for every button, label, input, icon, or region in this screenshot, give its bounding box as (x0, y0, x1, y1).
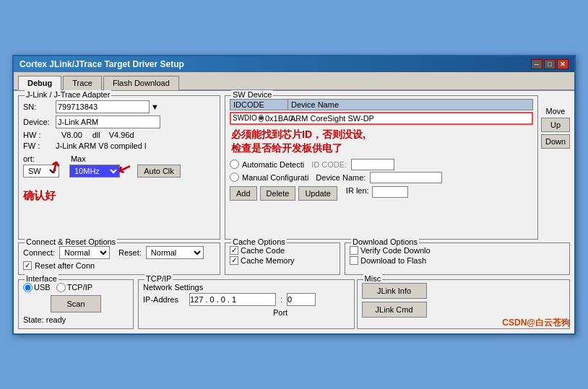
close-button[interactable]: ✕ (557, 59, 568, 69)
usb-radio-group: USB (23, 283, 51, 292)
jlink-info-button[interactable]: JLink Info (362, 283, 427, 299)
jlink-cmd-button[interactable]: JLink Cmd (362, 302, 427, 318)
reset-dropdown[interactable]: Normal (146, 246, 204, 259)
download-flash-row: Download to Flash (350, 256, 565, 265)
tab-trace[interactable]: Trace (63, 76, 102, 90)
cache-memory-checkbox[interactable] (230, 256, 238, 265)
state-row: State: ready (23, 315, 129, 324)
interface-group-label: Interface (25, 274, 59, 283)
hw-value: V8.00 (61, 131, 82, 139)
auto-clk-button[interactable]: Auto Clk (137, 165, 181, 178)
sw-buttons-row: Add Delete Update IR len: (230, 186, 533, 201)
state-label: State: ready (23, 315, 66, 324)
device-name-label-2: Device Name: (316, 173, 366, 182)
update-button[interactable]: Update (298, 186, 337, 201)
auto-detect-label: Automatic Detecti (242, 160, 304, 169)
device-name-input[interactable] (370, 172, 442, 183)
fw-label: FW : (23, 141, 56, 150)
reset-label: Reset: (118, 248, 142, 257)
add-button[interactable]: Add (230, 186, 257, 201)
bottom-row: Interface USB TCP/IP Scan State: re (18, 279, 570, 329)
download-options-label: Download Options (351, 237, 419, 246)
cache-options-label: Cache Options (231, 237, 287, 246)
sw-device-name-cell: ARM CoreSight SW-DP (290, 114, 530, 123)
tcp-radio[interactable] (56, 283, 66, 292)
network-settings-label: Network Settings (143, 283, 350, 292)
tab-debug[interactable]: Debug (18, 76, 61, 90)
delete-button[interactable]: Delete (260, 186, 296, 201)
manual-config-radio[interactable] (230, 172, 239, 182)
tcp-ip-group-label: TCP/IP (144, 274, 173, 283)
cache-options-group: Cache Options Cache Code Cache Memory (225, 242, 340, 275)
port-max-label: Max (71, 154, 86, 163)
cache-code-checkbox[interactable] (230, 246, 238, 255)
down-button[interactable]: Down (541, 134, 570, 149)
max-freq-dropdown[interactable]: 10MHz (69, 165, 120, 178)
up-button[interactable]: Up (541, 118, 570, 132)
usb-label: USB (34, 283, 51, 292)
dll-label: dll (92, 131, 100, 139)
cache-memory-label: Cache Memory (241, 256, 295, 265)
confirm-area: 确认好 (23, 189, 215, 203)
sw-idcode-cell: SWDIO 0x1BA0... (233, 114, 290, 123)
port-label-row: Port (186, 308, 350, 317)
col-device-name-header: Device Name (288, 100, 532, 110)
ir-len-label: IR len: (346, 186, 369, 201)
usb-radio[interactable] (23, 283, 33, 292)
sw-device-area: SW Device IDCODE Device Name SWDIO 0x1BA… (225, 95, 570, 240)
connect-reset-group: Connect & Reset Options Connect: Normal … (18, 242, 220, 275)
swdio-label: SWDIO (233, 114, 257, 122)
port-input[interactable] (287, 293, 316, 306)
auto-detect-radio[interactable] (230, 159, 239, 169)
sn-label: SN: (23, 102, 56, 111)
radio-dot-icon (259, 115, 264, 122)
sw-device-table-header: IDCODE Device Name (230, 99, 533, 110)
ir-len-input[interactable] (372, 186, 408, 198)
adapter-group: J-Link / J-Trace Adapter SN: ▼ Device: (18, 95, 220, 240)
col-idcode-header: IDCODE (230, 100, 288, 110)
hw-label: HW : (23, 131, 56, 139)
connect-reset-label: Connect & Reset Options (25, 237, 117, 246)
sw-device-group-label: SW Device (231, 90, 273, 99)
download-options-group: Download Options Verify Code Downlo Down… (345, 242, 570, 275)
watermark: CSDN@白云苍狗 (502, 317, 570, 329)
ip-input[interactable] (189, 293, 276, 306)
auto-detect-row: Automatic Detecti ID CODE: (230, 159, 533, 170)
port-section: ort: Max SW ↗ 10MHz (23, 154, 215, 178)
cache-code-row: Cache Code (230, 246, 335, 255)
download-flash-label: Download to Flash (360, 256, 426, 265)
maximize-button[interactable]: □ (544, 59, 555, 69)
sw-device-table-row[interactable]: SWDIO 0x1BA0... ARM CoreSight SW-DP (230, 112, 533, 125)
verify-code-row: Verify Code Downlo (350, 246, 565, 255)
sw-device-group: SW Device IDCODE Device Name SWDIO 0x1BA… (225, 95, 538, 240)
minimize-button[interactable]: ─ (531, 59, 542, 69)
verify-code-label: Verify Code Downlo (360, 246, 431, 255)
port-label: Port (273, 308, 287, 317)
window-controls: ─ □ ✕ (531, 59, 568, 69)
interface-group: Interface USB TCP/IP Scan State: re (18, 279, 134, 329)
id-code-input[interactable] (351, 159, 394, 170)
verify-code-checkbox[interactable] (350, 246, 358, 255)
connect-dropdown[interactable]: Normal (59, 246, 110, 259)
port-label: ort: (23, 154, 35, 163)
device-input[interactable] (56, 115, 160, 128)
title-bar: Cortex JLink/JTrace Target Driver Setup … (14, 56, 574, 72)
port-sep: : (280, 295, 282, 304)
top-row: J-Link / J-Trace Adapter SN: ▼ Device: (18, 95, 570, 240)
sn-row: SN: ▼ (23, 100, 215, 113)
connect-row: Connect: Normal Reset: Normal (23, 246, 215, 259)
main-content: J-Link / J-Trace Adapter SN: ▼ Device: (14, 91, 574, 333)
tab-flash-download[interactable]: Flash Download (103, 76, 179, 90)
scan-button[interactable]: Scan (51, 295, 101, 312)
reset-after-label: Reset after Conn (35, 261, 95, 270)
dll-value: V4.96d (109, 131, 134, 139)
reset-after-checkbox[interactable] (23, 261, 32, 270)
sn-input[interactable] (56, 100, 150, 113)
misc-group-label: Misc (363, 274, 383, 283)
download-flash-checkbox[interactable] (350, 256, 358, 265)
manual-config-label: Manual Configurati (242, 173, 308, 182)
middle-row: Connect & Reset Options Connect: Normal … (18, 242, 570, 275)
tcp-ip-group: TCP/IP Network Settings IP-Addres : Port (138, 279, 355, 329)
move-column: Move Up Down (541, 95, 570, 240)
window-title: Cortex JLink/JTrace Target Driver Setup (20, 59, 184, 69)
